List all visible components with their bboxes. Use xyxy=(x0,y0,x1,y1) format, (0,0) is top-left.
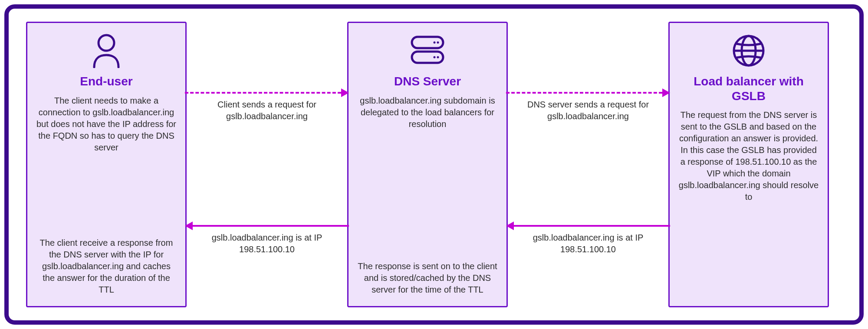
globe-icon xyxy=(731,33,766,69)
gap-col-1: Client sends a request for gslb.loadbala… xyxy=(187,22,347,307)
arrow-label-1: Client sends a request for gslb.loadbala… xyxy=(187,99,347,122)
arrow-lb-to-dns: gslb.loadbalancer.ing is at IP 198.51.10… xyxy=(508,224,668,255)
arrow-dns-to-lb: DNS server sends a request for gslb.load… xyxy=(508,91,668,122)
arrow-label-3: gslb.loadbalancer.ing is at IP 198.51.10… xyxy=(187,232,347,255)
svg-point-2 xyxy=(434,42,436,44)
arrow-label-2: DNS server sends a request for gslb.load… xyxy=(508,99,668,122)
node-desc-end-user-1: The client needs to make a connection to… xyxy=(35,95,178,153)
node-title-dns: DNS Server xyxy=(394,74,461,89)
user-icon xyxy=(91,33,122,69)
node-desc-dns-1: gslb.loadbalancer.ing subdomain is deleg… xyxy=(356,95,499,130)
node-desc-end-user-2: The client receive a response from the D… xyxy=(35,237,178,296)
node-title-end-user: End-user xyxy=(80,74,132,89)
arrow-left-2 xyxy=(506,224,670,228)
diagram-frame: End-user The client needs to make a conn… xyxy=(4,4,864,325)
arrow-left-1 xyxy=(185,224,349,228)
node-end-user: End-user The client needs to make a conn… xyxy=(26,22,187,307)
node-load-balancer: Load balancer with GSLB The request from… xyxy=(668,22,829,307)
gap-col-2: DNS server sends a request for gslb.load… xyxy=(508,22,668,307)
svg-point-6 xyxy=(437,56,439,59)
server-icon xyxy=(407,33,448,69)
diagram-grid: End-user The client needs to make a conn… xyxy=(26,22,842,307)
arrow-label-4: gslb.loadbalancer.ing is at IP 198.51.10… xyxy=(508,232,668,255)
arrow-right-2 xyxy=(506,91,670,94)
node-dns-server: DNS Server gslb.loadbalancer.ing subdoma… xyxy=(347,22,508,307)
node-desc-lb-1: The request from the DNS server is sent … xyxy=(677,109,820,203)
node-title-lb: Load balancer with GSLB xyxy=(677,74,820,103)
svg-point-3 xyxy=(437,42,439,44)
arrow-right-1 xyxy=(185,91,349,94)
arrow-client-to-dns: Client sends a request for gslb.loadbala… xyxy=(187,91,347,122)
arrow-dns-to-client: gslb.loadbalancer.ing is at IP 198.51.10… xyxy=(187,224,347,255)
node-desc-dns-2: The response is sent on to the client an… xyxy=(356,261,499,296)
svg-point-5 xyxy=(434,56,436,59)
svg-point-0 xyxy=(99,35,114,51)
